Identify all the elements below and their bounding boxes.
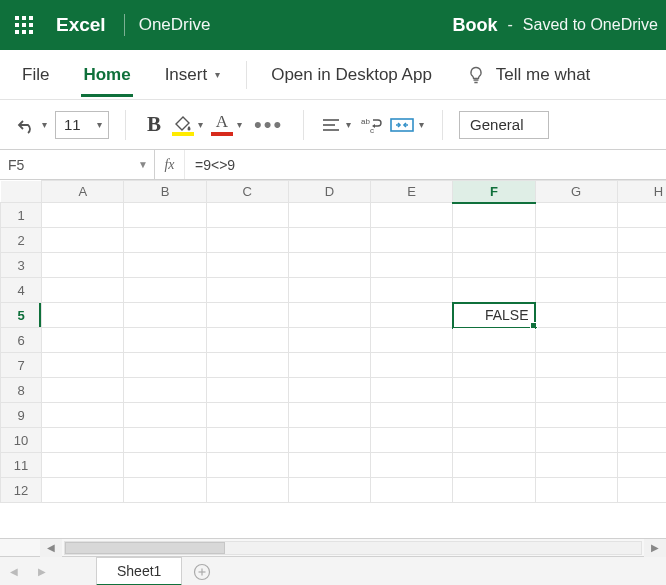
sheet-nav-prev[interactable]: ▶ xyxy=(28,557,56,585)
cell[interactable] xyxy=(124,353,206,378)
cell[interactable] xyxy=(42,378,124,403)
cell[interactable] xyxy=(124,303,206,328)
cell[interactable] xyxy=(617,253,666,278)
row-header[interactable]: 9 xyxy=(1,403,42,428)
workbook-name[interactable]: Book xyxy=(452,15,497,36)
cell[interactable] xyxy=(42,203,124,228)
cell[interactable] xyxy=(124,378,206,403)
cell[interactable] xyxy=(206,228,288,253)
font-size-select[interactable]: 11 ▾ xyxy=(55,111,109,139)
cell[interactable] xyxy=(371,228,453,253)
column-header[interactable]: C xyxy=(206,181,288,203)
column-header[interactable]: A xyxy=(42,181,124,203)
cell[interactable] xyxy=(288,303,370,328)
cell[interactable] xyxy=(371,303,453,328)
cell[interactable] xyxy=(42,428,124,453)
open-in-desktop-button[interactable]: Open in Desktop App xyxy=(269,59,434,91)
cell[interactable] xyxy=(288,428,370,453)
cell[interactable] xyxy=(617,403,666,428)
cell[interactable] xyxy=(453,378,535,403)
undo-button[interactable]: ▾ xyxy=(14,115,49,135)
formula-input[interactable]: =9<>9 xyxy=(185,150,666,179)
cell[interactable] xyxy=(535,328,617,353)
cell[interactable] xyxy=(535,353,617,378)
cell[interactable] xyxy=(288,328,370,353)
cell[interactable] xyxy=(42,278,124,303)
row-header[interactable]: 7 xyxy=(1,353,42,378)
cell[interactable] xyxy=(371,278,453,303)
cell[interactable] xyxy=(42,478,124,503)
spreadsheet-grid[interactable]: ABCDEFGH12345FALSE6789101112 xyxy=(0,180,666,538)
cell[interactable] xyxy=(535,203,617,228)
scroll-right-button[interactable]: ▶ xyxy=(644,539,666,557)
cell[interactable] xyxy=(617,378,666,403)
insert-function-button[interactable]: fx xyxy=(155,150,185,179)
cell[interactable] xyxy=(453,253,535,278)
tell-me-search[interactable]: Tell me what xyxy=(464,59,592,91)
cell[interactable] xyxy=(206,378,288,403)
more-options-button[interactable]: ••• xyxy=(250,112,287,138)
row-header[interactable]: 6 xyxy=(1,328,42,353)
cell[interactable] xyxy=(453,403,535,428)
column-header[interactable]: B xyxy=(124,181,206,203)
cell[interactable] xyxy=(535,428,617,453)
cell[interactable] xyxy=(206,478,288,503)
cell[interactable] xyxy=(535,303,617,328)
cell[interactable] xyxy=(206,278,288,303)
column-header[interactable]: G xyxy=(535,181,617,203)
row-header[interactable]: 11 xyxy=(1,453,42,478)
cell[interactable] xyxy=(617,328,666,353)
cell[interactable] xyxy=(617,228,666,253)
cell[interactable] xyxy=(124,253,206,278)
cell[interactable] xyxy=(617,303,666,328)
cell[interactable] xyxy=(288,228,370,253)
add-sheet-button[interactable] xyxy=(182,557,222,585)
scroll-track[interactable] xyxy=(64,541,642,555)
cell[interactable] xyxy=(288,478,370,503)
merge-cells-button[interactable]: ▾ xyxy=(389,115,426,135)
row-header[interactable]: 10 xyxy=(1,428,42,453)
cell[interactable] xyxy=(371,253,453,278)
cell[interactable] xyxy=(206,403,288,428)
cell[interactable] xyxy=(42,453,124,478)
cell[interactable] xyxy=(206,428,288,453)
cell[interactable] xyxy=(288,203,370,228)
sheet-tab-active[interactable]: Sheet1 xyxy=(96,557,182,585)
cell[interactable]: FALSE xyxy=(453,303,535,328)
cell[interactable] xyxy=(617,203,666,228)
cell[interactable] xyxy=(453,203,535,228)
storage-location[interactable]: OneDrive xyxy=(139,15,211,35)
cell[interactable] xyxy=(371,478,453,503)
name-box[interactable]: F5 ▼ xyxy=(0,150,155,179)
font-color-button[interactable]: A ▾ xyxy=(211,114,244,136)
cell[interactable] xyxy=(535,453,617,478)
cell[interactable] xyxy=(617,428,666,453)
cell[interactable] xyxy=(535,253,617,278)
cell[interactable] xyxy=(42,353,124,378)
column-header[interactable]: H xyxy=(617,181,666,203)
cell[interactable] xyxy=(206,203,288,228)
row-header[interactable]: 1 xyxy=(1,203,42,228)
cell[interactable] xyxy=(206,328,288,353)
cell[interactable] xyxy=(124,428,206,453)
cell[interactable] xyxy=(206,453,288,478)
menu-file[interactable]: File xyxy=(20,59,51,91)
cell[interactable] xyxy=(42,403,124,428)
menu-home[interactable]: Home xyxy=(81,59,132,91)
cell[interactable] xyxy=(617,478,666,503)
number-format-select[interactable]: General xyxy=(459,111,549,139)
row-header[interactable]: 5 xyxy=(1,303,42,328)
cell[interactable] xyxy=(453,278,535,303)
cell[interactable] xyxy=(371,453,453,478)
cell[interactable] xyxy=(371,428,453,453)
column-header[interactable]: E xyxy=(371,181,453,203)
cell[interactable] xyxy=(453,478,535,503)
select-all-corner[interactable] xyxy=(1,181,42,203)
cell[interactable] xyxy=(206,303,288,328)
cell[interactable] xyxy=(124,328,206,353)
cell[interactable] xyxy=(42,253,124,278)
column-header[interactable]: D xyxy=(288,181,370,203)
cell[interactable] xyxy=(371,328,453,353)
cell[interactable] xyxy=(124,403,206,428)
row-header[interactable]: 2 xyxy=(1,228,42,253)
